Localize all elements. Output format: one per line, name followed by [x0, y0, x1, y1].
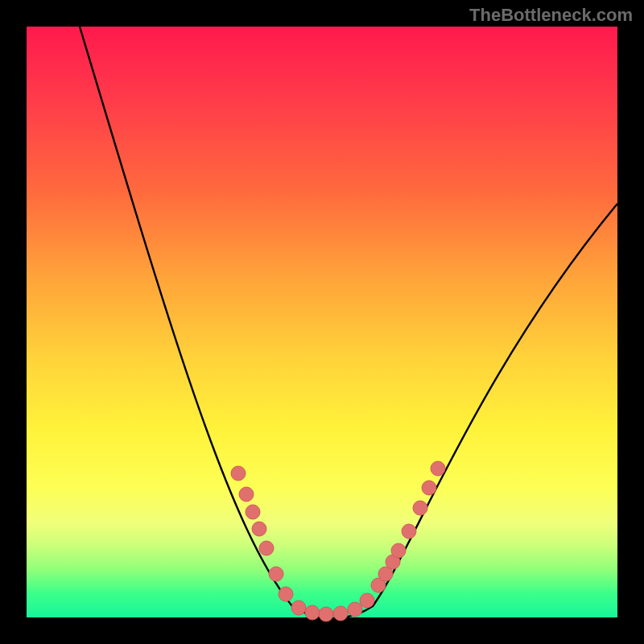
bottleneck-curve	[75, 10, 617, 618]
curve-marker	[246, 505, 260, 519]
watermark-text: TheBottleneck.com	[469, 5, 633, 26]
chart-svg	[27, 27, 617, 617]
curve-marker	[360, 593, 374, 608]
curve-marker	[431, 461, 445, 476]
curve-marker	[239, 487, 254, 502]
curve-marker	[402, 524, 416, 539]
curve-marker	[259, 541, 274, 555]
marker-layer	[231, 461, 445, 621]
curve-marker	[231, 466, 246, 481]
curve-marker	[269, 567, 283, 581]
curve-marker	[413, 501, 427, 515]
curve-marker	[391, 543, 406, 558]
curve-marker	[422, 481, 436, 495]
curve-marker	[252, 522, 266, 536]
curve-marker	[279, 587, 293, 601]
chart-plot-area	[27, 27, 617, 617]
curve-marker	[333, 606, 348, 621]
curve-marker	[348, 602, 362, 617]
curve-marker	[291, 601, 306, 615]
curve-marker	[305, 605, 320, 620]
curve-marker	[319, 607, 333, 621]
